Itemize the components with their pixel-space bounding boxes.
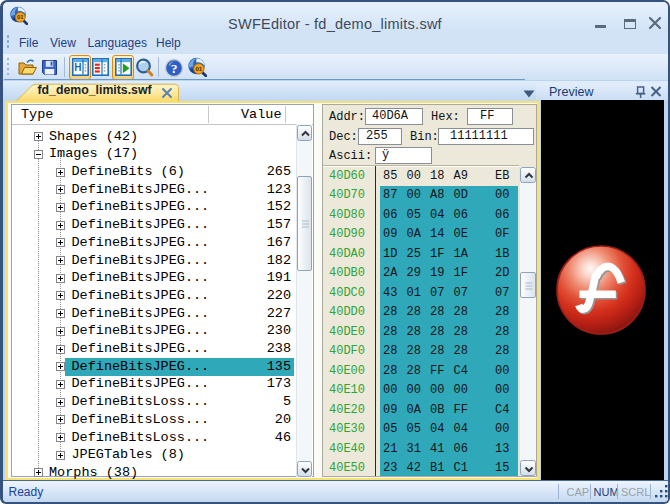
svg-text:01: 01: [195, 66, 202, 72]
svg-text:H: H: [74, 62, 81, 73]
svg-text:?: ?: [170, 61, 177, 76]
